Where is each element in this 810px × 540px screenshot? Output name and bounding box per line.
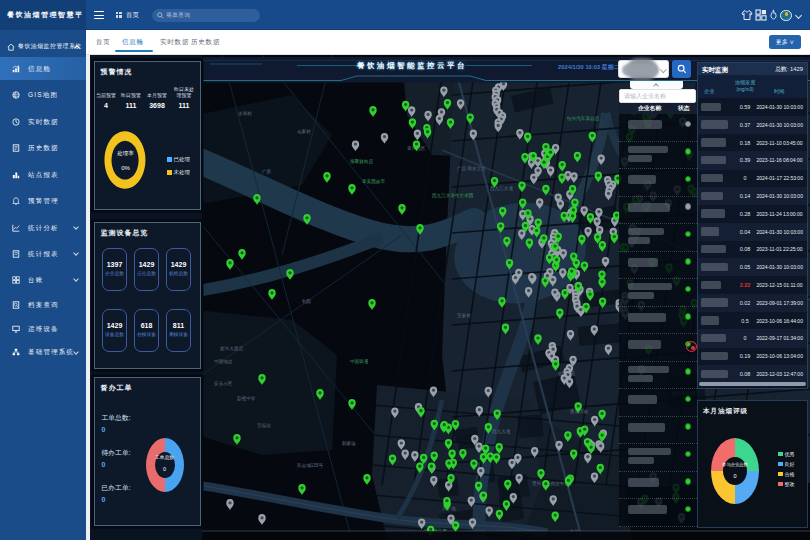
svg-text:中国联通: 中国联通 xyxy=(350,358,369,365)
svg-text:广原: 广原 xyxy=(262,168,272,174)
svg-text:影视中学: 影视中学 xyxy=(237,395,256,402)
svg-text:安乐小区: 安乐小区 xyxy=(214,381,233,386)
